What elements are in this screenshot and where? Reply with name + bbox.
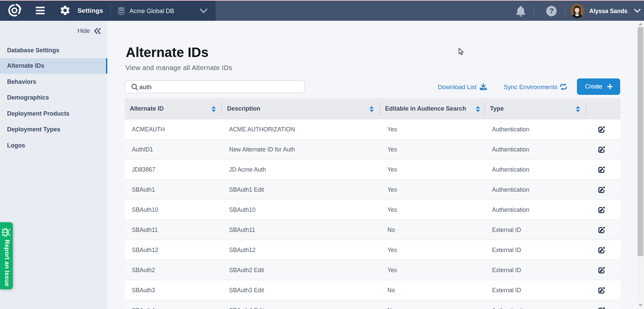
svg-text:?: ? <box>549 7 554 15</box>
